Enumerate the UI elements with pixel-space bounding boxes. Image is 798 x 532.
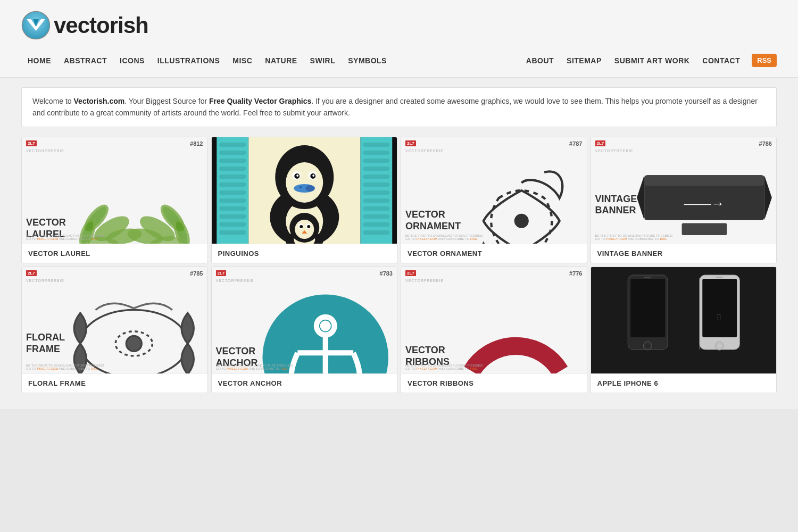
nav-misc[interactable]: MISC bbox=[226, 54, 259, 67]
ribbons-icon bbox=[450, 290, 582, 373]
grid-item-vector-ornament[interactable]: 2L7 #787 VECTORFREEBIE VECTORORNAMENT bbox=[401, 137, 587, 263]
svg-rect-36 bbox=[363, 214, 389, 219]
px-logo: 2L7 bbox=[216, 270, 227, 276]
svg-point-48 bbox=[296, 174, 298, 177]
svg-rect-19 bbox=[219, 174, 246, 179]
grid-item-vintage-banner[interactable]: 2L7 #786 VECTORFREEBIE VINTAGEBANNER ——→ bbox=[591, 137, 777, 263]
px-footer: BE THE FIRST TO DOWNLOAD FUTURE FREEBIES… bbox=[216, 364, 294, 370]
svg-point-85 bbox=[645, 343, 650, 348]
grid-label: VINTAGE BANNER bbox=[591, 244, 777, 263]
grid-label: VECTOR ANCHOR bbox=[212, 373, 397, 393]
px-logo: 2L7 bbox=[595, 140, 606, 146]
anchor-icon bbox=[258, 290, 393, 373]
header: vectorish HOME ABSTRACT ICONS ILLUSTRATI… bbox=[0, 0, 798, 78]
svg-rect-16 bbox=[219, 151, 246, 155]
ornament-icon bbox=[461, 160, 583, 244]
brand-name: Vectorish.com bbox=[74, 97, 125, 105]
svg-rect-91 bbox=[716, 277, 723, 278]
px-logo: 2L7 bbox=[405, 270, 416, 276]
nav-abstract[interactable]: ABSTRACT bbox=[57, 54, 113, 67]
nav-illustrations[interactable]: ILLUSTRATIONS bbox=[151, 54, 226, 67]
svg-rect-34 bbox=[363, 198, 389, 203]
grid-item-vector-anchor[interactable]: 2L7 #783 VECTORFREEBIE VECTORANCHOR bbox=[211, 267, 398, 393]
item-subtitle: VECTORFREEBIE bbox=[26, 279, 64, 282]
px-footer: BE THE FIRST TO DOWNLOAD FUTURE FREEBIES… bbox=[405, 364, 483, 370]
svg-rect-18 bbox=[219, 167, 246, 171]
item-number: #783 bbox=[380, 270, 393, 277]
nav-left: HOME ABSTRACT ICONS ILLUSTRATIONS MISC N… bbox=[21, 54, 393, 67]
svg-rect-83 bbox=[630, 279, 665, 337]
grid-label: VECTOR RIBBONS bbox=[401, 373, 587, 393]
nav-submit[interactable]: SUBMIT ART WORK bbox=[608, 54, 696, 67]
svg-rect-32 bbox=[363, 182, 389, 187]
svg-rect-25 bbox=[219, 222, 246, 227]
nav-home[interactable]: HOME bbox=[21, 54, 57, 67]
thumb-vector-ornament: 2L7 #787 VECTORFREEBIE VECTORORNAMENT bbox=[401, 137, 587, 244]
nav-swirl[interactable]: SWIRL bbox=[304, 54, 342, 67]
nav-nature[interactable]: NATURE bbox=[259, 54, 303, 67]
svg-point-57 bbox=[295, 220, 314, 239]
nav-about[interactable]: ABOUT bbox=[520, 54, 560, 67]
floral-frame-icon bbox=[65, 290, 203, 373]
svg-point-49 bbox=[312, 174, 314, 177]
grid-item-vector-ribbons[interactable]: 2L7 #776 VECTORFREEBIE VECTORRIBBONS bbox=[401, 267, 587, 393]
grid-item-vector-laurel[interactable]: 2L7 #812 VECTORFREEBIE VECTORLAUREL bbox=[21, 137, 208, 263]
content-grid: 2L7 #812 VECTORFREEBIE VECTORLAUREL bbox=[0, 137, 798, 409]
svg-rect-37 bbox=[363, 222, 389, 227]
nav-icons[interactable]: ICONS bbox=[113, 54, 151, 67]
px-logo: 2L7 bbox=[405, 140, 416, 146]
svg-rect-69 bbox=[682, 223, 727, 235]
grid-label: PINGUINOS bbox=[212, 244, 397, 263]
svg-rect-23 bbox=[219, 206, 246, 211]
px-footer: BE THE FIRST TO DOWNLOAD FUTURE FREEBIES… bbox=[595, 234, 673, 240]
svg-rect-20 bbox=[219, 182, 246, 187]
nav-symbols[interactable]: SYMBOLS bbox=[342, 54, 393, 67]
svg-rect-67 bbox=[644, 175, 764, 186]
grid-label: FLORAL FRAME bbox=[22, 373, 207, 393]
item-number: #787 bbox=[569, 140, 582, 147]
svg-point-63 bbox=[516, 215, 528, 227]
item-number: #786 bbox=[759, 140, 772, 147]
svg-rect-30 bbox=[363, 167, 389, 171]
penguin-illustration bbox=[212, 137, 397, 244]
svg-rect-29 bbox=[363, 159, 389, 163]
item-title: FLORALFRAME bbox=[26, 332, 65, 355]
thumb-floral-frame: 2L7 #785 VECTORFREEBIE FLORALFRAME bbox=[22, 267, 207, 373]
svg-point-90 bbox=[717, 343, 722, 348]
logo[interactable]: vectorish bbox=[21, 11, 777, 40]
svg-rect-31 bbox=[363, 174, 389, 179]
svg-point-43 bbox=[286, 162, 323, 203]
rss-button[interactable]: RSS bbox=[752, 54, 777, 67]
svg-point-52 bbox=[305, 185, 314, 192]
svg-rect-88 bbox=[702, 279, 737, 337]
svg-rect-26 bbox=[219, 230, 246, 235]
iphone-illustration:  bbox=[591, 267, 777, 373]
thumb-vector-ribbons: 2L7 #776 VECTORFREEBIE VECTORRIBBONS bbox=[401, 267, 587, 373]
item-subtitle: VECTORFREEBIE bbox=[405, 279, 444, 282]
nav-contact[interactable]: CONTACT bbox=[696, 54, 746, 67]
grid-item-floral-frame[interactable]: 2L7 #785 VECTORFREEBIE FLORALFRAME bbox=[21, 267, 208, 393]
nav-sitemap[interactable]: SITEMAP bbox=[560, 54, 608, 67]
svg-rect-24 bbox=[219, 214, 246, 219]
grid-label: APPLE IPHONE 6 bbox=[591, 373, 777, 393]
grid-item-apple-iphone-6[interactable]:  APPLE IPHONE 6 bbox=[591, 267, 777, 393]
navigation: HOME ABSTRACT ICONS ILLUSTRATIONS MISC N… bbox=[21, 49, 777, 69]
item-number: #785 bbox=[190, 270, 203, 277]
svg-rect-33 bbox=[363, 190, 389, 195]
svg-point-60 bbox=[300, 225, 303, 228]
item-number: #812 bbox=[190, 140, 203, 147]
banner-icon: ——→ bbox=[637, 160, 772, 244]
svg-rect-22 bbox=[219, 198, 246, 203]
svg-rect-38 bbox=[363, 230, 389, 235]
welcome-banner: Welcome to Vectorish.com. Your Biggest S… bbox=[21, 87, 777, 127]
item-title: VECTORORNAMENT bbox=[405, 209, 461, 232]
svg-rect-86 bbox=[644, 277, 651, 278]
thumb-vector-laurel: 2L7 #812 VECTORFREEBIE VECTORLAUREL bbox=[22, 137, 207, 244]
grid-item-pinguinos[interactable]: PINGUINOS bbox=[211, 137, 398, 263]
item-subtitle: VECTORFREEBIE bbox=[595, 149, 634, 153]
thumb-pinguinos bbox=[212, 137, 397, 244]
px-footer: BE THE FIRST TO DOWNLOAD FUTURE FREEBIES… bbox=[26, 234, 104, 240]
nav-right: ABOUT SITEMAP SUBMIT ART WORK CONTACT RS… bbox=[520, 54, 777, 67]
svg-point-61 bbox=[307, 225, 310, 228]
svg-rect-15 bbox=[219, 143, 246, 147]
